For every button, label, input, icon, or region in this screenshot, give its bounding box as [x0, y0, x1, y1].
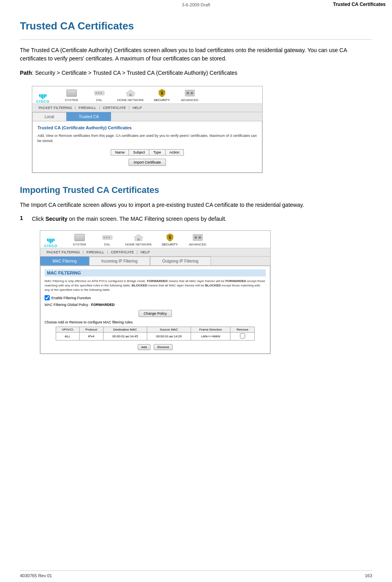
nav-advanced-label: ADVANCED — [181, 98, 199, 102]
sub-nav-certificate[interactable]: CERTIFICATE — [100, 105, 128, 111]
page-footer: 4030765 Rev 01 163 — [20, 570, 372, 578]
path-label: Path — [20, 70, 32, 76]
cisco-logo2: CISCO — [44, 239, 58, 248]
remove-button[interactable]: Remove — [154, 344, 173, 350]
nav2-dsl[interactable]: DSL — [98, 233, 117, 248]
panel-desc: Add, View or Remove certificates from th… — [37, 133, 257, 143]
cell-dest-mac: 00:00:01:ae:14:45 — [103, 333, 147, 341]
cell-src-mac: 00:00:01:ae:14:20 — [147, 333, 191, 341]
mac-col-protocol: Protocol — [79, 327, 103, 333]
cell-remove-check — [230, 333, 255, 341]
mac-configure-text: Choose Add or Remove to configure MAC fi… — [45, 320, 266, 324]
nav2-advanced[interactable]: ADVANCED — [188, 233, 208, 248]
sub2-help[interactable]: HELP — [138, 249, 152, 255]
svg-rect-3 — [100, 92, 102, 94]
svg-rect-8 — [185, 90, 195, 96]
svg-rect-12 — [103, 237, 105, 238]
nav-home-network[interactable]: HOME NETWORK — [117, 89, 144, 103]
path-value: Security > Certificate > Trusted CA > Tr… — [35, 70, 237, 76]
nav2-dsl-label: DSL — [104, 243, 111, 246]
footer-right: 163 — [365, 573, 372, 578]
nav2-home-label: HOME NETWORK — [125, 243, 152, 246]
cisco-logo: CISCO — [36, 94, 50, 103]
screenshot2: CISCO SYSTEM DSL HOME NETWORK — [40, 230, 271, 354]
cell-protocol: IPv4 — [79, 333, 103, 341]
mac-description: MAC Filtering is only effective on ATM P… — [45, 279, 266, 292]
nav-advanced[interactable]: ADVANCED — [180, 89, 200, 103]
import-cert-button[interactable]: Import Certificate — [129, 159, 166, 166]
svg-point-10 — [191, 92, 193, 94]
mac-panel-body: MAC FILTERING MAC Filtering is only effe… — [40, 266, 270, 354]
section2-desc: The Import CA certificate screen allows … — [20, 201, 372, 209]
change-policy-button[interactable]: Change Policy — [138, 310, 172, 317]
nav-security[interactable]: SECURITY — [152, 89, 172, 103]
panel-body: Trusted CA (Certificate Authority) Certi… — [32, 121, 262, 172]
sub-nav-bar: PACKET FILTERING | FIREWALL | CERTIFICAT… — [32, 104, 262, 112]
page-title: Trusted CA Certificates — [20, 20, 372, 32]
sub2-packet[interactable]: PACKET FILTERING — [44, 249, 82, 255]
nav2-security[interactable]: SECURITY — [160, 233, 180, 248]
mac-panel-tabs: MAC Filtering Incoming IP Filtering Outg… — [40, 257, 270, 266]
step1-suffix: on the main screen. The MAC Filtering sc… — [67, 216, 226, 222]
nav-security-label: SECURITY — [154, 98, 170, 102]
nav2-system[interactable]: SYSTEM — [70, 233, 90, 248]
mac-action-row: Add Remove — [45, 343, 266, 350]
cisco-nav-bar2: CISCO SYSTEM DSL HOME NETWORK — [40, 231, 270, 248]
sub2-certificate[interactable]: CERTIFICATE — [108, 249, 136, 255]
tab-incoming-ip[interactable]: Incoming IP Filtering — [89, 257, 150, 265]
tab-local[interactable]: Local — [32, 112, 66, 121]
svg-rect-5 — [129, 94, 132, 96]
add-button[interactable]: Add — [138, 344, 150, 350]
tab-mac-filtering[interactable]: MAC Filtering — [40, 257, 89, 265]
screenshot1: CISCO SYSTEM DSL HOME NETWORK — [32, 86, 263, 173]
mac-col-frame-dir: Frame Direction — [191, 327, 230, 333]
svg-rect-16 — [137, 238, 140, 241]
enable-filter-checkbox[interactable] — [45, 295, 50, 300]
step1-text: Click Security on the main screen. The M… — [32, 215, 226, 223]
cisco-logo-text2: CISCO — [44, 244, 58, 248]
nav-dsl-label: DSL — [96, 98, 103, 102]
svg-point-9 — [187, 92, 189, 94]
sub-nav-help[interactable]: HELP — [130, 105, 144, 111]
remove-checkbox[interactable] — [240, 333, 245, 339]
footer-left: 4030765 Rev 01 — [20, 573, 52, 578]
nav-system-label: SYSTEM — [65, 98, 78, 102]
cell-vpi: ALL — [56, 333, 79, 341]
enable-filter-label: Enable Filtering Function — [51, 296, 91, 300]
step1-bold: Security — [45, 216, 67, 222]
nav-home-label: HOME NETWORK — [117, 98, 144, 102]
sub2-firewall[interactable]: FIREWALL — [84, 249, 107, 255]
svg-rect-1 — [96, 92, 97, 94]
svg-rect-19 — [193, 234, 203, 241]
nav-dsl[interactable]: DSL — [90, 89, 109, 103]
sub-nav-packet[interactable]: PACKET FILTERING — [36, 105, 74, 111]
nav2-home[interactable]: HOME NETWORK — [125, 233, 152, 248]
path-text: Path: Security > Certificate > Trusted C… — [20, 68, 372, 77]
col-subject: Subject — [129, 149, 149, 155]
svg-rect-13 — [106, 237, 107, 238]
section-label: Trusted CA Certificates — [333, 2, 386, 7]
svg-rect-14 — [108, 237, 110, 238]
step1: 1 Click Security on the main screen. The… — [20, 215, 372, 223]
col-action: Action — [165, 149, 183, 155]
cert-table: Name Subject Type Action — [111, 149, 184, 156]
section2-heading: Importing Trusted CA Certificates — [20, 185, 372, 195]
tab-trusted-ca[interactable]: Trusted CA — [66, 112, 111, 121]
nav2-system-label: SYSTEM — [73, 243, 86, 246]
mac-policy-row: MAC Filtering Global Policy : FORWARDED — [45, 303, 266, 307]
mac-col-vpi: VPI/VCI — [56, 327, 79, 333]
mac-table: VPI/VCI Protocol Destination MAC Source … — [56, 327, 255, 341]
tab-outgoing-ip[interactable]: Outgoing IP Filtering — [150, 257, 211, 265]
mac-col-src-mac: Source MAC — [147, 327, 191, 333]
enable-filter-row: Enable Filtering Function — [45, 295, 266, 300]
mac-table-row: ALL IPv4 00:00:01:ae:14:45 00:00:01:ae:1… — [56, 333, 254, 341]
svg-point-21 — [199, 236, 201, 239]
step1-prefix: Click — [32, 216, 45, 222]
sub-nav-firewall[interactable]: FIREWALL — [76, 105, 99, 111]
cell-frame-dir: LAN<=>WAN — [191, 333, 230, 341]
col-name: Name — [111, 149, 129, 155]
mac-section-title: MAC FILTERING — [45, 269, 266, 276]
nav-system[interactable]: SYSTEM — [62, 89, 82, 103]
policy-value: FORWARDED — [91, 303, 115, 307]
mac-col-remove: Remove — [230, 327, 255, 333]
